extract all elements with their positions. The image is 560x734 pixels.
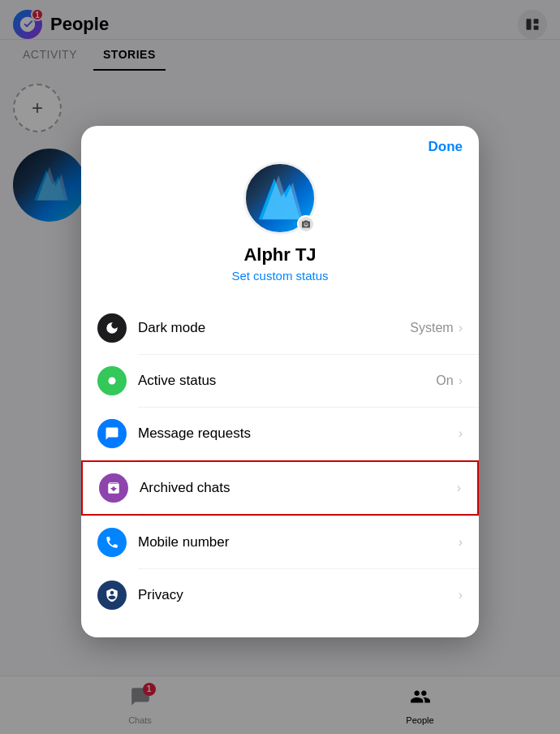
profile-section: Alphr TJ Set custom status: [81, 162, 479, 302]
custom-status-link[interactable]: Set custom status: [231, 269, 328, 283]
message-requests-label: Message requests: [138, 425, 454, 442]
menu-item-privacy[interactable]: Privacy ›: [81, 569, 479, 621]
mobile-number-chevron: ›: [459, 535, 463, 550]
active-status-icon: [97, 366, 127, 395]
archived-chats-label: Archived chats: [140, 480, 452, 496]
active-status-label: Active status: [138, 373, 436, 389]
active-status-chevron: ›: [459, 373, 463, 388]
active-status-value: On: [436, 373, 453, 388]
avatar-container: [243, 162, 317, 235]
mobile-number-label: Mobile number: [138, 534, 454, 550]
dark-mode-icon: [97, 313, 127, 343]
menu-list: Dark mode System › Active status On ›: [81, 302, 479, 621]
archived-chats-chevron: ›: [457, 481, 461, 495]
privacy-icon: [97, 581, 127, 610]
message-requests-icon: [97, 419, 127, 448]
modal-header: Done: [81, 126, 479, 162]
menu-item-archived-chats[interactable]: Archived chats ›: [81, 460, 479, 516]
menu-item-dark-mode[interactable]: Dark mode System ›: [81, 302, 479, 354]
mobile-number-icon: [97, 528, 127, 557]
menu-item-active-status[interactable]: Active status On ›: [81, 355, 479, 407]
privacy-label: Privacy: [138, 587, 454, 603]
user-name: Alphr TJ: [243, 244, 316, 266]
camera-icon[interactable]: [297, 215, 315, 233]
privacy-chevron: ›: [459, 588, 463, 602]
archived-chats-icon: [99, 473, 128, 503]
svg-point-3: [109, 378, 116, 385]
settings-modal: Done Alphr TJ Set custom status: [81, 126, 479, 637]
done-button[interactable]: Done: [429, 139, 463, 155]
menu-item-mobile-number[interactable]: Mobile number ›: [81, 516, 479, 568]
message-requests-chevron: ›: [459, 426, 463, 441]
dark-mode-value: System: [410, 321, 453, 335]
menu-item-message-requests[interactable]: Message requests ›: [81, 408, 479, 460]
dark-mode-label: Dark mode: [138, 320, 410, 336]
dark-mode-chevron: ›: [459, 321, 463, 335]
